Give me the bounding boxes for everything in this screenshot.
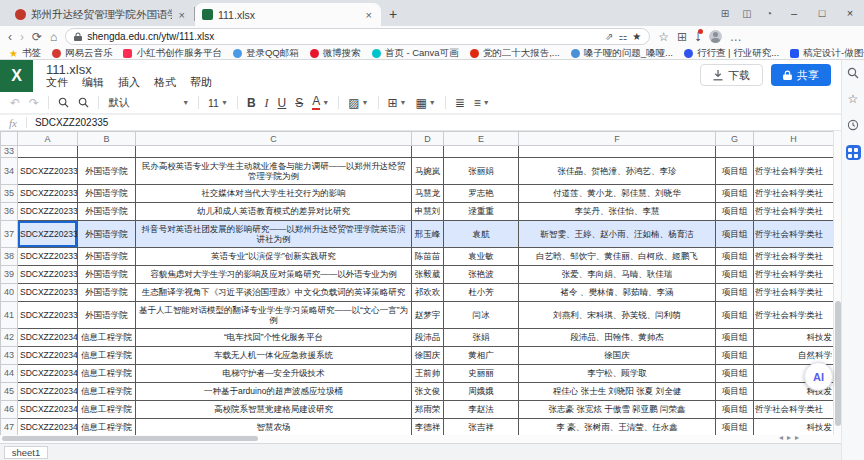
- cell-G34[interactable]: 项目组: [716, 158, 754, 185]
- cell-F38[interactable]: 白艺晗、邹饮宁、黄佳丽、白柯欣、姬鹏飞: [519, 248, 716, 266]
- cell-E36[interactable]: 逯重重: [444, 203, 519, 221]
- cell-F41[interactable]: 刘燕利、宋科琪、孙芙锐、闫利萌: [519, 302, 716, 329]
- menu-item-3[interactable]: 格式: [154, 75, 176, 90]
- cell-G41[interactable]: 项目组: [716, 302, 754, 329]
- bookmark-item[interactable]: 首页 - Canva可画: [372, 47, 459, 60]
- url-field[interactable]: shengda.edu.cn/ytw/111.xlsx ⇗ ⚏ ★: [65, 28, 650, 45]
- column-header-E[interactable]: E: [444, 132, 519, 146]
- grid-corner[interactable]: [1, 132, 18, 146]
- cell-D44[interactable]: 王前帅: [412, 365, 444, 383]
- minimize-icon[interactable]: –: [780, 7, 808, 19]
- cell-H38[interactable]: 哲学社会科学类社: [754, 248, 834, 266]
- row-header-36[interactable]: 36: [1, 203, 18, 221]
- row-header-33[interactable]: 33: [1, 146, 18, 158]
- cell-F36[interactable]: 李笑丹、张佳怡、李慧: [519, 203, 716, 221]
- borders-icon[interactable]: ⊞▼: [388, 97, 407, 109]
- cell-A43[interactable]: SDCXZZ202341: [18, 347, 78, 365]
- zoom-in-icon[interactable]: [58, 97, 69, 108]
- tab-close-icon[interactable]: ×: [177, 9, 187, 21]
- cell-B36[interactable]: 外国语学院: [78, 203, 136, 221]
- cell-G46[interactable]: 项目组: [716, 401, 754, 419]
- cell-B35[interactable]: 外国语学院: [78, 185, 136, 203]
- forward-icon[interactable]: ›: [20, 31, 24, 43]
- cell-C40[interactable]: 生态翻译学视角下《习近平谈治国理政》中文化负载词的英译策略研究: [136, 284, 412, 302]
- sidebar-search-icon[interactable]: [847, 67, 859, 79]
- tab-college-site[interactable]: 郑州升达经贸管理学院外国语学院 ×: [8, 3, 194, 26]
- cell-A36[interactable]: SDCXZZ202334: [18, 203, 78, 221]
- cell-E46[interactable]: 李赵法: [444, 401, 519, 419]
- underline-icon[interactable]: U: [278, 97, 287, 109]
- cell-H42[interactable]: 科技发: [754, 329, 834, 347]
- cell-G35[interactable]: 项目组: [716, 185, 754, 203]
- cell-B33[interactable]: 建筑工程学院: [78, 146, 136, 158]
- row-header-37[interactable]: 37: [1, 221, 18, 248]
- column-header-H[interactable]: H: [754, 132, 834, 146]
- zoom-out-icon[interactable]: [78, 97, 89, 108]
- merge-cells-icon[interactable]: ▦▼: [416, 97, 436, 109]
- maximize-icon[interactable]: □: [808, 7, 836, 19]
- cell-H40[interactable]: 哲学社会科学类社: [754, 284, 834, 302]
- row-header-41[interactable]: 41: [1, 302, 18, 329]
- cell-B43[interactable]: 信息工程学院: [78, 347, 136, 365]
- cell-H34[interactable]: 哲学社会科学类社: [754, 158, 834, 185]
- collections-icon[interactable]: ⊞: [677, 31, 687, 43]
- back-icon[interactable]: ‹: [8, 31, 12, 43]
- row-header-35[interactable]: 35: [1, 185, 18, 203]
- cell-E42[interactable]: 张娟: [444, 329, 519, 347]
- cell-C43[interactable]: 车载无人机一体化应急救援系统: [136, 347, 412, 365]
- cell-D46[interactable]: 郑雨荣: [412, 401, 444, 419]
- split-screen-icon[interactable]: ⊞: [714, 8, 736, 19]
- menu-item-1[interactable]: 编辑: [82, 75, 104, 90]
- sheet-tab[interactable]: sheet1: [4, 446, 48, 459]
- cell-E45[interactable]: 周娥娥: [444, 383, 519, 401]
- close-icon[interactable]: ×: [836, 7, 864, 19]
- bookmark-item[interactable]: 党的二十大报告,...: [470, 47, 560, 60]
- column-header-D[interactable]: D: [412, 132, 444, 146]
- italic-icon[interactable]: I: [265, 97, 269, 109]
- menu-item-4[interactable]: 帮助: [190, 75, 212, 90]
- share-button[interactable]: 共享: [771, 64, 831, 86]
- cell-E34[interactable]: 张丽娟: [444, 158, 519, 185]
- cell-F42[interactable]: 段沛品、田翰伟、黄帅杰: [519, 329, 716, 347]
- cell-H39[interactable]: 哲学社会科学类社: [754, 266, 834, 284]
- cell-G43[interactable]: 项目组: [716, 347, 754, 365]
- cell-C34[interactable]: 民办高校英语专业大学生主动就业准备与能力调研——以郑州升达经贸管理学院为例: [136, 158, 412, 185]
- cell-D42[interactable]: 段沛品: [412, 329, 444, 347]
- cell-C33[interactable]: 电影对——大学生的高校美育教育: [136, 146, 412, 158]
- cell-H33[interactable]: 哲学社会科学类社: [754, 146, 834, 158]
- horizontal-scrollbar[interactable]: ◂▸▸: [0, 435, 841, 443]
- cell-F33[interactable]: 黄晶、甘雨晨、魏晶晶: [519, 146, 716, 158]
- bookmark-item[interactable]: 稿定设计-做图做视...: [790, 47, 864, 60]
- new-tab-icon[interactable]: +: [389, 6, 397, 22]
- cell-D43[interactable]: 徐国庆: [412, 347, 444, 365]
- row-header-46[interactable]: 46: [1, 401, 18, 419]
- cell-D37[interactable]: 邢玉峰: [412, 221, 444, 248]
- cell-G44[interactable]: 项目组: [716, 365, 754, 383]
- bookmark-item[interactable]: 行行查 | 行业研究...: [684, 47, 779, 60]
- bookmark-item[interactable]: 小红书创作服务平台: [123, 47, 222, 60]
- cell-F44[interactable]: 李宁松、顾学取: [519, 365, 716, 383]
- bookmark-item[interactable]: 网易云音乐: [52, 47, 113, 60]
- share-icon[interactable]: ⇗: [605, 31, 613, 42]
- cell-A41[interactable]: SDCXZZ202339: [18, 302, 78, 329]
- text-wrap-icon[interactable]: ≣: [455, 97, 465, 109]
- cell-G36[interactable]: 项目组: [716, 203, 754, 221]
- cell-C36[interactable]: 幼儿和成人英语教育模式的差异对比研究: [136, 203, 412, 221]
- cell-B46[interactable]: 信息工程学院: [78, 401, 136, 419]
- cell-F37[interactable]: 靳智雯、王婷、赵小雨、汪如楠、杨育洁: [519, 221, 716, 248]
- font-name-select[interactable]: 默认▼: [108, 96, 189, 110]
- fill-color-icon[interactable]: ▨▼: [348, 97, 368, 109]
- bookmark-item[interactable]: 登录QQ邮箱: [233, 47, 299, 60]
- cell-H36[interactable]: 哲学社会科学类社: [754, 203, 834, 221]
- cell-B39[interactable]: 外国语学院: [78, 266, 136, 284]
- font-size-select[interactable]: 11▼: [208, 97, 228, 109]
- menu-item-2[interactable]: 插入: [118, 75, 140, 90]
- cell-G38[interactable]: 项目组: [716, 248, 754, 266]
- sidebar-extension-icon[interactable]: [846, 145, 861, 160]
- cell-F45[interactable]: 程佳心 张士生 刘晓阳 张夏 刘全健: [519, 383, 716, 401]
- bookmark-item[interactable]: ★书签: [9, 47, 41, 60]
- cell-H46[interactable]: 哲学社会科学类社: [754, 401, 834, 419]
- cell-A40[interactable]: SDCXZZ202338: [18, 284, 78, 302]
- cell-B44[interactable]: 信息工程学院: [78, 365, 136, 383]
- cell-G45[interactable]: 项目组: [716, 383, 754, 401]
